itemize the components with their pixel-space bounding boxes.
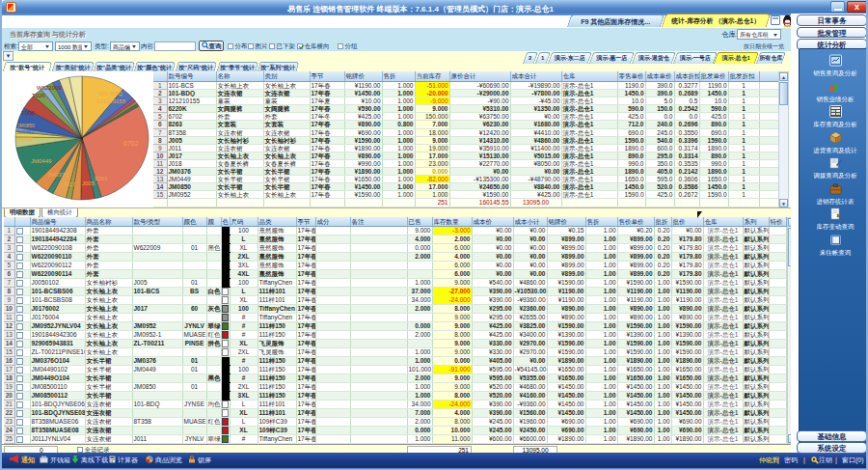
svg-text:JM0850: JM0850 [17,123,35,128]
svg-text:101-BDQ: 101-BDQ [98,91,122,97]
svg-text:JM0950: JM0950 [15,136,33,142]
svg-text:JM0376: JM0376 [47,172,68,178]
svg-text:8263: 8263 [95,176,108,181]
svg-text:6702: 6702 [123,140,139,147]
svg-text:T008: T008 [21,110,35,116]
svg-text:J017: J017 [63,181,76,187]
svg-text:JM0952: JM0952 [16,129,34,135]
svg-text:121210155: 121210155 [96,98,126,104]
svg-text:J005: J005 [82,180,95,186]
svg-text:JM0449: JM0449 [31,158,52,164]
svg-text:T026: T026 [32,93,45,98]
svg-text:W622009: W622009 [37,85,62,91]
